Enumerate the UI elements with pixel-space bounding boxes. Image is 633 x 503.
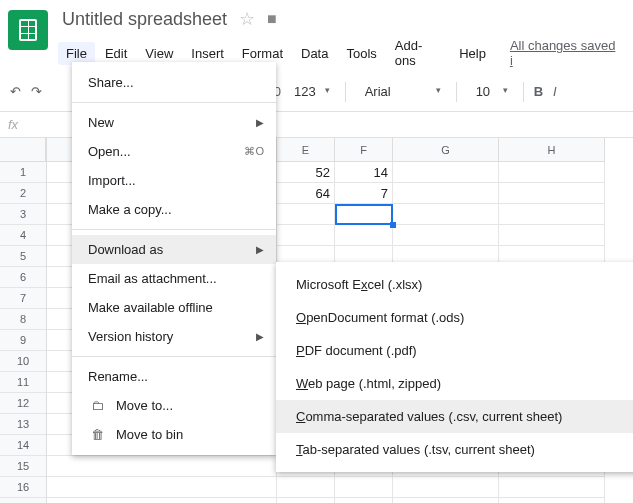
menu-share[interactable]: Share...: [72, 68, 276, 97]
undo-button[interactable]: ↶: [10, 84, 21, 99]
menu-email-attachment[interactable]: Email as attachment...: [72, 264, 276, 293]
number-format-select[interactable]: 123: [291, 81, 335, 102]
cell[interactable]: [47, 498, 277, 503]
save-status[interactable]: All changes saved i: [502, 34, 625, 72]
menu-separator: [72, 102, 276, 103]
font-family-select[interactable]: Arial: [356, 81, 446, 102]
col-header[interactable]: H: [499, 138, 605, 162]
bold-button[interactable]: B: [534, 84, 543, 99]
cell[interactable]: [499, 162, 605, 183]
row-header[interactable]: 6: [0, 267, 46, 288]
row-header[interactable]: 8: [0, 309, 46, 330]
menu-open[interactable]: Open...⌘O: [72, 137, 276, 166]
cell[interactable]: [393, 225, 499, 246]
cell[interactable]: 7: [335, 183, 393, 204]
col-header[interactable]: G: [393, 138, 499, 162]
menu-data[interactable]: Data: [293, 42, 336, 65]
download-web[interactable]: Web page (.html, zipped): [276, 367, 633, 400]
row-header[interactable]: 5: [0, 246, 46, 267]
folder-icon[interactable]: ■: [267, 10, 277, 28]
shortcut-label: ⌘O: [244, 145, 264, 158]
cell[interactable]: [47, 456, 277, 477]
submenu-arrow-icon: ▶: [256, 331, 264, 342]
select-all-corner[interactable]: [0, 138, 46, 162]
cell[interactable]: 52: [277, 162, 335, 183]
cell[interactable]: [499, 225, 605, 246]
cell[interactable]: [47, 477, 277, 498]
menu-download-as[interactable]: Download as▶: [72, 235, 276, 264]
doc-title[interactable]: Untitled spreadsheet: [62, 9, 227, 30]
toolbar-divider: [456, 82, 457, 102]
row-header[interactable]: 4: [0, 225, 46, 246]
menu-addons[interactable]: Add-ons: [387, 34, 449, 72]
row-header[interactable]: 9: [0, 330, 46, 351]
cell[interactable]: [335, 477, 393, 498]
selection-handle[interactable]: [390, 222, 396, 228]
cell[interactable]: [393, 162, 499, 183]
download-ods[interactable]: OpenDocument format (.ods): [276, 301, 633, 334]
row-header[interactable]: 15: [0, 456, 46, 477]
trash-icon: 🗑: [88, 427, 106, 442]
redo-button[interactable]: ↷: [31, 84, 42, 99]
menu-separator: [72, 229, 276, 230]
download-as-submenu: Microsoft Excel (.xlsx) OpenDocument for…: [276, 262, 633, 472]
menu-separator: [72, 356, 276, 357]
cell[interactable]: [335, 498, 393, 503]
menu-new[interactable]: New▶: [72, 108, 276, 137]
submenu-arrow-icon: ▶: [256, 117, 264, 128]
cell[interactable]: [335, 204, 393, 225]
download-pdf[interactable]: PDF document (.pdf): [276, 334, 633, 367]
cell[interactable]: [499, 204, 605, 225]
menu-tools[interactable]: Tools: [338, 42, 384, 65]
font-size-select[interactable]: 10: [467, 81, 513, 102]
folder-icon: 🗀: [88, 398, 106, 413]
download-tsv[interactable]: Tab-separated values (.tsv, current shee…: [276, 433, 633, 466]
row-header[interactable]: 2: [0, 183, 46, 204]
cell[interactable]: [499, 477, 605, 498]
row-header[interactable]: 16: [0, 477, 46, 498]
fx-label: fx: [8, 117, 18, 132]
row-header[interactable]: 7: [0, 288, 46, 309]
row-header[interactable]: 14: [0, 435, 46, 456]
sheets-logo[interactable]: [8, 10, 48, 50]
sheets-logo-grid: [19, 19, 37, 41]
cell[interactable]: [499, 183, 605, 204]
cell[interactable]: [393, 498, 499, 503]
cell[interactable]: [499, 498, 605, 503]
download-xlsx[interactable]: Microsoft Excel (.xlsx): [276, 268, 633, 301]
menu-move-to-bin[interactable]: 🗑Move to bin: [72, 420, 276, 449]
cell[interactable]: [277, 498, 335, 503]
cell[interactable]: [393, 477, 499, 498]
row-header[interactable]: 13: [0, 414, 46, 435]
submenu-arrow-icon: ▶: [256, 244, 264, 255]
row-header[interactable]: 11: [0, 372, 46, 393]
cell[interactable]: [393, 204, 499, 225]
cell[interactable]: [277, 225, 335, 246]
menu-make-copy[interactable]: Make a copy...: [72, 195, 276, 224]
row-header[interactable]: 17: [0, 498, 46, 503]
cell[interactable]: [393, 183, 499, 204]
row-header[interactable]: 3: [0, 204, 46, 225]
cell[interactable]: [335, 225, 393, 246]
toolbar-divider: [523, 82, 524, 102]
cell[interactable]: [277, 477, 335, 498]
menu-rename[interactable]: Rename...: [72, 362, 276, 391]
row-header[interactable]: 10: [0, 351, 46, 372]
cell[interactable]: 14: [335, 162, 393, 183]
cell[interactable]: 64: [277, 183, 335, 204]
menu-import[interactable]: Import...: [72, 166, 276, 195]
toolbar-divider: [345, 82, 346, 102]
download-csv[interactable]: Comma-separated values (.csv, current sh…: [276, 400, 633, 433]
menu-available-offline[interactable]: Make available offline: [72, 293, 276, 322]
row-header[interactable]: 1: [0, 162, 46, 183]
file-menu-dropdown: Share... New▶ Open...⌘O Import... Make a…: [72, 62, 276, 455]
italic-button[interactable]: I: [553, 84, 557, 99]
star-icon[interactable]: ☆: [239, 8, 255, 30]
menu-help[interactable]: Help: [451, 42, 494, 65]
cell[interactable]: [277, 204, 335, 225]
row-header[interactable]: 12: [0, 393, 46, 414]
menu-move-to[interactable]: 🗀Move to...: [72, 391, 276, 420]
menu-version-history[interactable]: Version history▶: [72, 322, 276, 351]
col-header[interactable]: F: [335, 138, 393, 162]
col-header[interactable]: E: [277, 138, 335, 162]
